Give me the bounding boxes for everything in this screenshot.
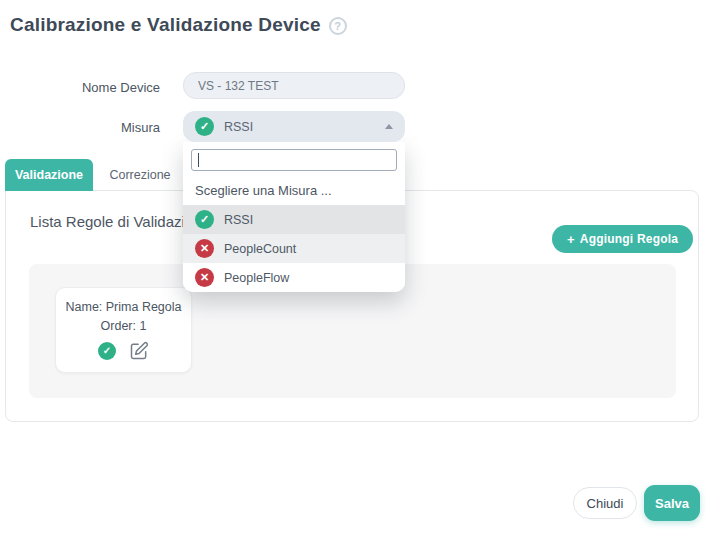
rule-card-name: Name: Prima Regola bbox=[65, 300, 181, 314]
add-rule-button-label: Aggiungi Regola bbox=[580, 232, 678, 246]
calibration-validation-dialog: Calibrazione e Validazione Device ? Nome… bbox=[0, 0, 706, 533]
misura-select[interactable]: ✓ RSSI bbox=[183, 111, 405, 142]
dropdown-option-label: RSSI bbox=[224, 213, 253, 227]
tab-correzione[interactable]: Correzione bbox=[93, 159, 187, 191]
plus-icon: + bbox=[567, 232, 575, 247]
misura-selected-value: RSSI bbox=[224, 120, 253, 134]
nome-device-label: Nome Device bbox=[40, 80, 160, 95]
rule-card-order: Order: 1 bbox=[101, 319, 147, 333]
text-cursor bbox=[198, 153, 199, 167]
dropdown-option-peoplecount[interactable]: ✕ PeopleCount bbox=[183, 234, 405, 263]
x-circle-icon: ✕ bbox=[195, 239, 214, 258]
save-button[interactable]: Salva bbox=[644, 485, 700, 521]
page-title-text: Calibrazione e Validazione Device bbox=[10, 14, 321, 36]
x-circle-icon: ✕ bbox=[195, 268, 214, 287]
misura-label: Misura bbox=[40, 120, 160, 135]
add-rule-button[interactable]: + Aggiungi Regola bbox=[552, 225, 693, 253]
dropdown-search-wrapper bbox=[183, 142, 405, 176]
nome-device-input[interactable] bbox=[183, 72, 405, 99]
check-circle-icon: ✓ bbox=[195, 117, 214, 136]
validate-rule-check-icon[interactable]: ✓ bbox=[98, 342, 116, 360]
dropdown-option-label: PeopleCount bbox=[224, 242, 296, 256]
help-icon[interactable]: ? bbox=[329, 17, 347, 35]
misura-dropdown: Scegliere una Misura ... ✓ RSSI ✕ People… bbox=[183, 142, 405, 292]
dropdown-option-label: Scegliere una Misura ... bbox=[195, 183, 332, 198]
dropdown-option-peopleflow[interactable]: ✕ PeopleFlow bbox=[183, 263, 405, 292]
rule-card-actions: ✓ bbox=[98, 341, 149, 361]
page-title: Calibrazione e Validazione Device ? bbox=[10, 14, 347, 36]
rule-card: Name: Prima Regola Order: 1 ✓ bbox=[55, 287, 192, 373]
chevron-up-icon bbox=[385, 124, 393, 129]
dropdown-option-label: PeopleFlow bbox=[224, 271, 289, 285]
edit-rule-icon[interactable] bbox=[129, 341, 149, 361]
check-circle-icon: ✓ bbox=[195, 210, 214, 229]
close-button[interactable]: Chiudi bbox=[573, 487, 637, 519]
tab-validazione[interactable]: Validazione bbox=[5, 159, 93, 191]
dropdown-search-input[interactable] bbox=[191, 149, 397, 171]
dropdown-option-placeholder[interactable]: Scegliere una Misura ... bbox=[183, 176, 405, 205]
dropdown-option-rssi[interactable]: ✓ RSSI bbox=[183, 205, 405, 234]
